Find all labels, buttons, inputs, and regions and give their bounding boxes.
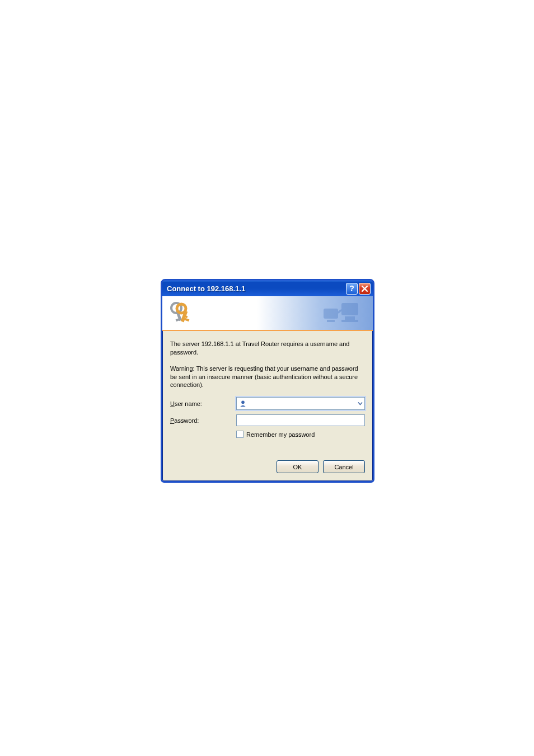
- svg-rect-10: [324, 309, 338, 319]
- svg-rect-7: [341, 303, 358, 315]
- help-icon: ?: [349, 284, 354, 293]
- svg-rect-11: [327, 320, 335, 322]
- dialog-content: The server 192.168.1.1 at Travel Router …: [162, 331, 373, 481]
- auth-dialog: Connect to 192.168.1.1 ?: [161, 279, 374, 483]
- password-input[interactable]: [236, 414, 365, 426]
- help-button[interactable]: ?: [346, 283, 358, 295]
- dialog-banner: [162, 296, 373, 331]
- ok-button[interactable]: OK: [277, 460, 318, 473]
- svg-rect-5: [185, 318, 190, 321]
- warning-message: Warning: This server is requesting that …: [170, 365, 365, 390]
- titlebar[interactable]: Connect to 192.168.1.1 ?: [162, 281, 373, 296]
- chevron-down-icon: [358, 401, 363, 406]
- username-row: User name:: [170, 397, 365, 410]
- dialog-title: Connect to 192.168.1.1: [167, 284, 345, 293]
- password-label: Password:: [170, 417, 236, 424]
- user-icon: [238, 399, 247, 408]
- dialog-buttons: OK Cancel: [170, 460, 365, 473]
- server-message: The server 192.168.1.1 at Travel Router …: [170, 340, 365, 357]
- remember-row: Remember my password: [236, 431, 365, 438]
- username-combobox[interactable]: [236, 397, 365, 410]
- cancel-button[interactable]: Cancel: [323, 460, 365, 473]
- svg-rect-2: [176, 318, 181, 321]
- svg-point-12: [241, 400, 245, 404]
- password-row: Password:: [170, 414, 365, 426]
- username-dropdown-button[interactable]: [356, 398, 364, 409]
- svg-rect-9: [341, 320, 358, 322]
- keys-icon: [168, 300, 195, 326]
- close-icon: [362, 286, 368, 292]
- svg-rect-8: [345, 316, 355, 320]
- close-button[interactable]: [359, 283, 371, 295]
- banner-deco-icon: [319, 298, 369, 328]
- remember-checkbox[interactable]: [236, 431, 243, 438]
- remember-label[interactable]: Remember my password: [246, 431, 315, 438]
- username-input[interactable]: [249, 399, 356, 409]
- username-label: User name:: [170, 400, 236, 407]
